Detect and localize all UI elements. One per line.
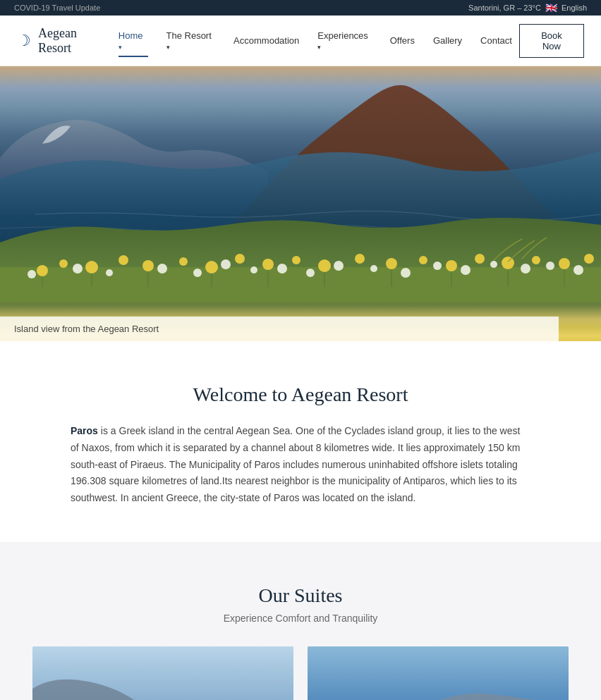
nav-home[interactable]: Home ▾ — [111, 26, 155, 56]
svg-point-37 — [546, 262, 554, 270]
svg-point-31 — [370, 265, 377, 272]
chevron-down-icon: ▾ — [317, 44, 321, 51]
nav-resort[interactable]: The Resort ▾ — [159, 26, 223, 56]
suite-card-1[interactable] — [32, 646, 293, 700]
svg-point-11 — [318, 259, 331, 272]
suite-image-1 — [32, 646, 293, 700]
svg-point-36 — [521, 264, 530, 274]
nav-gallery[interactable]: Gallery — [426, 31, 469, 50]
logo[interactable]: ☽ Aegean Resort — [17, 26, 111, 56]
suite-2-illustration — [308, 646, 569, 700]
svg-point-25 — [193, 269, 202, 277]
suites-subtitle: Experience Comfort and Tranquility — [28, 613, 573, 624]
nav-offers[interactable]: Offers — [383, 31, 422, 50]
top-bar: COVID-19 Travel Update Santorini, GR – 2… — [0, 0, 601, 16]
svg-point-9 — [262, 259, 274, 270]
flowers — [0, 225, 601, 302]
nav-accommodation[interactable]: Accommodation — [226, 31, 306, 50]
suite-image-2 — [308, 646, 569, 700]
svg-point-8 — [235, 254, 245, 264]
welcome-text: Paros is a Greek island in the central A… — [71, 423, 530, 507]
svg-point-18 — [532, 256, 540, 264]
svg-point-27 — [250, 266, 257, 274]
svg-point-21 — [28, 270, 36, 278]
svg-point-23 — [106, 269, 113, 276]
suites-section: Our Suites Experience Comfort and Tranqu… — [0, 542, 601, 700]
svg-point-10 — [292, 256, 300, 264]
svg-point-35 — [490, 261, 497, 268]
svg-point-34 — [461, 265, 471, 275]
svg-point-6 — [179, 257, 188, 266]
welcome-text-intro: Paros — [71, 425, 98, 436]
svg-point-12 — [355, 254, 365, 264]
nav-contact[interactable]: Contact — [473, 31, 519, 50]
svg-point-13 — [386, 258, 397, 269]
svg-point-22 — [73, 264, 83, 274]
svg-point-17 — [502, 257, 514, 269]
svg-rect-55 — [308, 646, 569, 700]
chevron-down-icon: ▾ — [119, 44, 122, 51]
svg-point-20 — [584, 254, 594, 264]
svg-point-24 — [157, 264, 167, 274]
svg-point-38 — [573, 265, 583, 275]
nav-links: Home ▾ The Resort ▾ Accommodation Experi… — [111, 26, 519, 56]
svg-point-32 — [401, 268, 411, 278]
book-now-button[interactable]: Book Now — [519, 24, 584, 58]
svg-point-4 — [119, 255, 128, 265]
hero-caption: Island view from the Aegean Resort — [0, 317, 559, 341]
svg-point-3 — [85, 261, 98, 274]
top-bar-right: Santorini, GR – 23°C 🇬🇧 English — [468, 2, 587, 13]
flag-icon: 🇬🇧 — [545, 2, 557, 13]
svg-point-19 — [559, 258, 570, 269]
welcome-text-body: is a Greek island in the central Aegean … — [71, 425, 520, 503]
svg-point-15 — [446, 260, 457, 271]
location-text: Santorini, GR – 23°C — [468, 4, 541, 12]
svg-point-30 — [334, 261, 344, 271]
svg-point-26 — [221, 259, 231, 269]
welcome-title: Welcome to Aegean Resort — [71, 383, 530, 406]
svg-point-1 — [37, 265, 48, 276]
svg-point-28 — [277, 264, 287, 274]
suite-1-illustration — [32, 646, 293, 700]
language-label: English — [561, 4, 587, 12]
svg-point-2 — [59, 259, 68, 268]
svg-point-33 — [433, 262, 442, 270]
svg-point-14 — [419, 256, 427, 264]
hero-section: Island view from the Aegean Resort — [0, 66, 601, 341]
suites-grid — [28, 646, 573, 700]
svg-point-16 — [475, 254, 485, 264]
chevron-down-icon: ▾ — [166, 44, 170, 51]
suites-title: Our Suites — [28, 584, 573, 607]
svg-point-29 — [306, 269, 315, 277]
logo-text: Aegean Resort — [38, 26, 111, 56]
welcome-section: Welcome to Aegean Resort Paros is a Gree… — [0, 341, 601, 542]
nav-experiences[interactable]: Experiences ▾ — [310, 26, 378, 56]
navbar: ☽ Aegean Resort Home ▾ The Resort ▾ Acco… — [0, 16, 601, 66]
hero-background — [0, 66, 601, 341]
hero-caption-text: Island view from the Aegean Resort — [14, 324, 159, 334]
svg-point-5 — [142, 260, 154, 271]
covid-notice: COVID-19 Travel Update — [14, 4, 100, 12]
svg-point-7 — [205, 261, 218, 274]
moon-icon: ☽ — [17, 32, 31, 50]
suite-card-2[interactable] — [308, 646, 569, 700]
